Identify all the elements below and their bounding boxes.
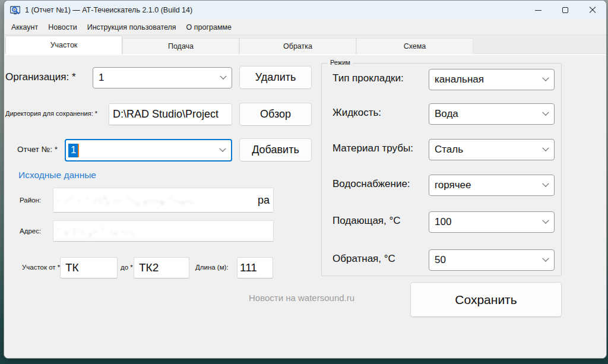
redacted-text: · ·˙ · ˙ ·: ̈, ·· ˙·¸ ,···„ ˙·.,·. <box>57 196 256 205</box>
laying-type-label: Тип прокладки: <box>332 72 404 84</box>
text-caret <box>78 144 79 157</box>
length-input[interactable] <box>237 257 273 278</box>
tab-strip-filler <box>473 38 606 54</box>
minimize-button[interactable] <box>524 1 552 20</box>
chevron-down-icon <box>542 75 549 81</box>
supply-temp-combobox[interactable]: 100 <box>429 211 555 233</box>
organization-combobox[interactable]: 1 <box>93 67 232 88</box>
district-label: Район: <box>20 197 41 204</box>
tab-podacha[interactable]: Подача <box>122 38 239 54</box>
pipe-material-label: Материал трубы: <box>332 143 413 154</box>
directory-input[interactable] <box>109 103 232 125</box>
organization-label: Организация: * <box>5 71 76 83</box>
source-data-link[interactable]: Исходные данные <box>18 170 96 181</box>
app-window: 1 (Отчет №1) — АТ-Течеискатель 2.1.0 (Bu… <box>4 0 607 359</box>
tab-uchastok[interactable]: Участок <box>5 36 122 54</box>
address-label: Адрес: <box>20 227 41 235</box>
menu-bar: Аккаунт Новости Инструкция пользователя … <box>4 20 606 35</box>
tab-shema[interactable]: Схема <box>356 38 473 54</box>
report-number-combobox[interactable]: 1 <box>65 139 232 162</box>
chevron-down-icon <box>220 73 226 80</box>
laying-type-combobox[interactable]: канальная <box>429 69 555 90</box>
organization-value: 1 <box>99 72 221 84</box>
section-to-input[interactable] <box>134 257 189 278</box>
chevron-down-icon <box>542 181 549 187</box>
redacted-text: ˙ , : · ¸· ˙ ·, ··. <box>57 227 135 236</box>
district-input[interactable]: · ·˙ · ˙ ·: ̈, ·· ˙·¸ ,···„ ˙·.,·. ра <box>53 188 274 213</box>
mode-groupbox-title: Режим <box>328 59 353 66</box>
chevron-down-icon <box>542 109 549 116</box>
mode-groupbox: Режим Тип прокладки: канальная Жидкость:… <box>321 63 562 276</box>
chevron-down-icon <box>542 217 549 224</box>
close-button[interactable] <box>579 1 606 20</box>
tab-page-uchastok: Организация: * 1 Удалить Директория для … <box>4 54 606 358</box>
chevron-down-icon <box>219 145 226 152</box>
district-visible-text: ра <box>258 194 270 207</box>
section-from-label: Участок от * <box>22 264 60 271</box>
save-button[interactable]: Сохранить <box>410 282 562 317</box>
add-button[interactable]: Добавить <box>239 138 312 162</box>
liquid-label: Жидкость: <box>332 107 381 119</box>
length-label: Длина (м): <box>195 264 229 271</box>
browse-button[interactable]: Обзор <box>239 103 312 126</box>
menu-item-user-guide[interactable]: Инструкция пользователя <box>83 21 181 33</box>
address-input[interactable]: ˙ , : · ¸· ˙ ·, ··. <box>53 220 274 242</box>
menu-item-account[interactable]: Аккаунт <box>7 21 43 33</box>
window-controls <box>524 1 606 20</box>
news-text: Новости на watersound.ru <box>249 293 354 303</box>
liquid-combobox[interactable]: Вода <box>429 103 555 125</box>
pipe-material-combobox[interactable]: Сталь <box>429 139 555 160</box>
menu-item-about[interactable]: О программе <box>182 21 236 33</box>
report-number-value: 1 <box>68 144 78 157</box>
chevron-down-icon <box>542 145 549 151</box>
section-from-input[interactable] <box>60 257 118 278</box>
supply-temp-label: Подающая, °С <box>332 215 401 227</box>
directory-label: Директория для сохранения: * <box>5 110 97 117</box>
title-bar: 1 (Отчет №1) — АТ-Течеискатель 2.1.0 (Bu… <box>4 1 606 20</box>
minimize-icon <box>535 10 542 11</box>
tab-strip: Участок Подача Обратка Схема <box>4 35 606 54</box>
section-to-label: до * <box>121 264 133 271</box>
return-temp-combobox[interactable]: 50 <box>429 249 555 271</box>
maximize-button[interactable] <box>552 1 579 20</box>
close-icon <box>589 7 596 14</box>
water-supply-label: Водоснабжение: <box>332 178 410 190</box>
tab-obratka[interactable]: Обратка <box>239 38 356 54</box>
app-icon <box>10 6 20 15</box>
maximize-icon <box>562 7 568 13</box>
window-title: 1 (Отчет №1) — АТ-Течеискатель 2.1.0 (Bu… <box>25 6 192 14</box>
delete-button[interactable]: Удалить <box>239 66 312 89</box>
menu-item-news[interactable]: Новости <box>43 21 81 33</box>
chevron-down-icon <box>542 255 549 262</box>
water-supply-combobox[interactable]: горячее <box>429 175 555 196</box>
return-temp-label: Обратная, °С <box>332 253 395 265</box>
report-number-label: Отчет №: * <box>17 145 58 154</box>
